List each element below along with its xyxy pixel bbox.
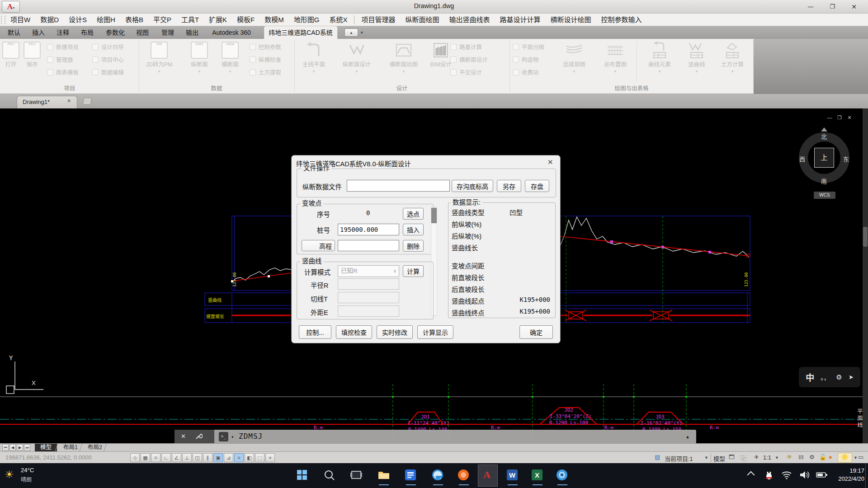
ribbon-button-earthwork-extract[interactable]: 土方提取 xyxy=(250,68,281,77)
ribbon-button-manager[interactable]: 管理器 xyxy=(47,55,73,64)
grid-toggle[interactable]: ⌗ xyxy=(151,453,160,462)
view-compass[interactable]: 北 西 东 南 上 xyxy=(795,128,854,187)
ribbon-button-profile-data[interactable]: DMX 纵断面▼ xyxy=(186,41,213,83)
start-button[interactable] xyxy=(296,469,309,482)
dialog-close-icon[interactable]: ✕ xyxy=(547,158,553,166)
menu-intersection[interactable]: 平交P xyxy=(148,14,176,26)
tray-expand-icon[interactable] xyxy=(747,471,755,479)
tab-manage[interactable]: 管理 xyxy=(157,26,179,39)
autoscale-icon[interactable]: 𝍌 xyxy=(798,454,804,460)
osnap-toggle[interactable]: ⊥ xyxy=(182,453,192,462)
excel-button[interactable]: X xyxy=(531,469,544,482)
infer-constraints-toggle[interactable]: ⊹ xyxy=(130,453,140,462)
compass-west[interactable]: 西 xyxy=(799,155,805,163)
maximize-button[interactable]: ❐ xyxy=(825,2,840,12)
menu-profile-draw[interactable]: 纵断面绘图 xyxy=(400,14,444,26)
ribbon-button-data-edit[interactable]: 数据编辑 xyxy=(92,68,124,77)
browser-button[interactable] xyxy=(556,469,569,482)
ribbon-button-chart-template[interactable]: 图表模板 xyxy=(47,68,79,77)
ribbon-button-cross-section-out[interactable]: 横断面出图▼ xyxy=(386,41,422,83)
ribbon-button-new-project[interactable]: 新建项目 xyxy=(47,42,79,52)
pick-point-button[interactable]: 选点 xyxy=(403,208,424,220)
compass-east[interactable]: 东 xyxy=(843,155,849,163)
vpi-scrollbar-thumb[interactable] xyxy=(431,208,437,223)
save-ditch-elevation-button[interactable]: 存沟底标高 xyxy=(452,180,493,192)
menu-template[interactable]: 模板F xyxy=(232,14,259,26)
ribbon-button-plan-sheet[interactable]: 平面分图 xyxy=(513,42,544,52)
insert-button[interactable]: 插入 xyxy=(403,224,424,235)
cleanscreen-icon[interactable]: ▭ xyxy=(858,454,863,460)
viewport-scrollbar[interactable] xyxy=(863,108,868,443)
show-desktop-button[interactable] xyxy=(865,463,868,488)
menu-project[interactable]: 项目W xyxy=(5,14,35,26)
close-button[interactable]: ✕ xyxy=(846,2,862,12)
scale-dropdown-icon[interactable]: ▼ xyxy=(775,455,779,460)
command-history-icon[interactable]: ▾ xyxy=(231,435,234,439)
menu-extend[interactable]: 扩展K xyxy=(204,14,232,26)
control-button[interactable]: 控制... xyxy=(299,325,331,339)
menu-output-vcurve[interactable]: 输出竖曲线表 xyxy=(444,14,495,26)
ribbon-button-intersection-design[interactable]: 平交设计 xyxy=(450,68,482,77)
word-button[interactable]: W xyxy=(506,469,519,482)
viewport-scrollbar-thumb[interactable] xyxy=(863,227,868,247)
ribbon-button-general-layout[interactable]: 总布置图▼ xyxy=(601,41,630,83)
compass-top-face[interactable]: 上 xyxy=(814,148,834,168)
last-layout-icon[interactable]: ⏭ xyxy=(24,444,30,451)
menu-draw[interactable]: 绘图H xyxy=(92,14,120,26)
calc-display-button[interactable]: 计算显示 xyxy=(417,325,453,339)
tab-insert[interactable]: 插入 xyxy=(28,26,49,39)
tab-weidi-cad[interactable]: 纬地三维道路CAD系统 xyxy=(264,26,337,39)
autocad-taskbar-button[interactable]: A xyxy=(478,465,498,487)
first-layout-icon[interactable]: ⏮ xyxy=(2,444,9,451)
edge-browser-button[interactable] xyxy=(432,469,444,482)
next-layout-icon[interactable]: ▶ xyxy=(17,444,23,451)
menu-tools[interactable]: 工具T xyxy=(176,14,204,26)
ribbon-button-earthwork-calc[interactable]: 土方计算▼ xyxy=(718,41,747,83)
ribbon-button-open[interactable]: PRJ 打开 xyxy=(1,41,21,83)
quickview-layouts-icon[interactable]: ⿻ xyxy=(741,454,746,462)
ribbon-button-project-center[interactable]: 项目中心 xyxy=(92,55,124,64)
save-as-button[interactable]: 另存 xyxy=(497,180,521,192)
compass-north[interactable]: 北 xyxy=(821,132,827,141)
tangent-input[interactable] xyxy=(338,292,399,303)
dyn-toggle[interactable]: ⊿ xyxy=(224,453,233,462)
ribbon-button-check[interactable]: 纵横检查 xyxy=(250,55,281,64)
annotation-scale-icon[interactable]: ✈ xyxy=(754,454,759,460)
ribbon-button-save[interactable]: PRJ 保存 xyxy=(22,41,42,83)
file-explorer-button[interactable] xyxy=(377,469,390,482)
elevation-input[interactable] xyxy=(338,240,399,251)
weather-desc[interactable]: 晴朗 xyxy=(21,475,32,483)
current-project-icon[interactable]: ▧ xyxy=(655,454,660,460)
ortho-toggle[interactable]: ∟ xyxy=(161,453,171,462)
menu-cross-design[interactable]: 横断设计绘图 xyxy=(546,14,596,26)
polar-toggle[interactable]: ∠ xyxy=(172,453,181,462)
menu-system[interactable]: 系统X xyxy=(324,14,352,26)
calculate-button[interactable]: 计算 xyxy=(403,265,424,277)
quickview-drawings-icon[interactable]: 🗔 xyxy=(729,454,735,460)
task-view-button[interactable] xyxy=(350,469,363,482)
menu-table[interactable]: 表格B xyxy=(120,14,148,26)
station-input[interactable] xyxy=(338,224,399,235)
ribbon-button-vertical-curve[interactable]: 竖曲线▼ xyxy=(685,41,708,83)
transparency-toggle[interactable]: ◧ xyxy=(245,453,254,462)
command-input[interactable]: ZDMSJ xyxy=(239,432,263,441)
ribbon-button-jd-to-pm[interactable]: PM JD转为PM▼ xyxy=(142,41,176,83)
ribbon-button-profile-design[interactable]: 纵断面设计▼ xyxy=(339,41,375,83)
ribbon-button-connection-sheet[interactable]: 连接部图▼ xyxy=(560,41,589,83)
workspace-gear-icon[interactable]: ⚙ xyxy=(809,454,815,460)
ribbon-button-cross-section-data[interactable]: HDM 横断面▼ xyxy=(217,41,244,83)
calc-mode-select[interactable]: 已知R∨ xyxy=(338,265,399,277)
menu-control-params[interactable]: 控制参数输入 xyxy=(596,14,647,26)
customize-wrench-icon[interactable] xyxy=(195,433,203,440)
menu-design[interactable]: 设计S xyxy=(64,14,92,26)
ribbon-button-mainline-plan[interactable]: 主线平面▼ xyxy=(299,41,328,83)
tab-default[interactable]: 默认 xyxy=(3,26,25,39)
snap-toggle[interactable]: ▦ xyxy=(141,453,150,462)
menu-terrain[interactable]: 地形图G xyxy=(289,14,325,26)
clock[interactable]: 19:17 2022/4/20 xyxy=(823,467,864,483)
realtime-edit-button[interactable]: 实时修改 xyxy=(377,325,413,339)
volume-tray-icon[interactable] xyxy=(799,470,810,481)
wcs-tag[interactable]: WCS xyxy=(814,192,835,199)
ribbon-button-curve-elements[interactable]: 曲线元素▼ xyxy=(645,41,674,83)
project-dropdown-icon[interactable]: ▼ xyxy=(704,455,708,460)
